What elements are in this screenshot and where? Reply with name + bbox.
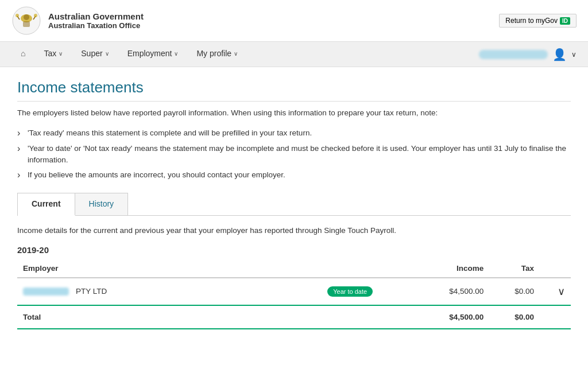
income-cell: $4,500.00 bbox=[415, 278, 490, 305]
intro-text: The employers listed below have reported… bbox=[17, 107, 571, 119]
nav-item-tax[interactable]: Tax ∨ bbox=[34, 42, 72, 67]
chevron-down-icon: ∨ bbox=[105, 51, 109, 57]
total-expand-empty bbox=[540, 305, 571, 329]
total-row: Total $4,500.00 $0.00 bbox=[17, 305, 571, 329]
chevron-down-icon: ∨ bbox=[174, 51, 178, 57]
user-account-icon[interactable]: 👤 bbox=[552, 48, 567, 61]
mygov-badge: ID bbox=[560, 17, 570, 25]
nav-user-area: 👤 ∨ bbox=[479, 48, 577, 61]
bullet-item: 'Year to date' or 'Not tax ready' means … bbox=[17, 141, 571, 168]
coat-of-arms-icon bbox=[11, 6, 41, 36]
col-header-badge bbox=[322, 259, 414, 278]
table-row: PTY LTD Year to date $4,500.00 $0.00 ∨ bbox=[17, 278, 571, 305]
nav-item-super[interactable]: Super ∨ bbox=[72, 42, 118, 67]
total-label: Total bbox=[17, 305, 322, 329]
home-icon: ⌂ bbox=[21, 49, 25, 58]
col-header-expand bbox=[540, 259, 571, 278]
tab-divider bbox=[17, 215, 571, 216]
income-table: Employer Income Tax PTY LTD Year to date bbox=[17, 259, 571, 329]
logo-text: Australian Government Australian Taxatio… bbox=[48, 11, 144, 30]
total-badge-empty bbox=[322, 305, 414, 329]
nav-home-button[interactable]: ⌂ bbox=[11, 42, 34, 67]
page-title: Income statements bbox=[17, 79, 571, 102]
tab-history[interactable]: History bbox=[75, 193, 128, 215]
main-nav: ⌂ Tax ∨ Super ∨ Employment ∨ My profile … bbox=[0, 42, 588, 67]
col-header-employer: Employer bbox=[17, 259, 322, 278]
employer-suffix: PTY LTD bbox=[76, 287, 107, 296]
return-mygov-button[interactable]: Return to myGov ID bbox=[499, 14, 577, 28]
chevron-down-icon[interactable]: ∨ bbox=[571, 51, 577, 59]
year-label: 2019-20 bbox=[17, 245, 571, 255]
col-header-tax: Tax bbox=[489, 259, 540, 278]
logo-area: Australian Government Australian Taxatio… bbox=[11, 6, 144, 36]
info-bullets: 'Tax ready' means this statement is comp… bbox=[17, 126, 571, 182]
bullet-item: 'Tax ready' means this statement is comp… bbox=[17, 126, 571, 141]
site-header: Australian Government Australian Taxatio… bbox=[0, 0, 588, 42]
main-content: Income statements The employers listed b… bbox=[0, 67, 588, 341]
employer-name-blurred bbox=[23, 288, 69, 296]
total-income: $4,500.00 bbox=[415, 305, 490, 329]
tab-description: Income details for the current and previ… bbox=[17, 225, 571, 236]
svg-rect-3 bbox=[23, 21, 30, 27]
tax-cell: $0.00 bbox=[489, 278, 540, 305]
table-header-row: Employer Income Tax bbox=[17, 259, 571, 278]
tabs-container: Current History bbox=[17, 193, 128, 215]
nav-item-employment[interactable]: Employment ∨ bbox=[118, 42, 188, 67]
svg-point-6 bbox=[16, 14, 19, 17]
tab-current[interactable]: Current bbox=[18, 193, 75, 216]
svg-point-7 bbox=[34, 14, 37, 17]
user-name-blurred bbox=[479, 50, 548, 59]
bullet-item: If you believe the amounts are incorrect… bbox=[17, 168, 571, 182]
nav-item-myprofile[interactable]: My profile ∨ bbox=[187, 42, 247, 67]
badge-cell: Year to date bbox=[322, 278, 414, 305]
svg-point-2 bbox=[24, 14, 29, 20]
year-to-date-badge: Year to date bbox=[327, 286, 373, 297]
employer-cell: PTY LTD bbox=[17, 278, 322, 305]
chevron-down-icon: ∨ bbox=[59, 51, 63, 57]
chevron-down-icon: ∨ bbox=[234, 51, 238, 57]
expand-row-icon[interactable]: ∨ bbox=[558, 286, 565, 297]
expand-cell[interactable]: ∨ bbox=[540, 278, 571, 305]
dept-name: Australian Taxation Office bbox=[48, 21, 144, 30]
col-header-income: Income bbox=[415, 259, 490, 278]
total-tax: $0.00 bbox=[489, 305, 540, 329]
gov-name: Australian Government bbox=[48, 11, 144, 21]
